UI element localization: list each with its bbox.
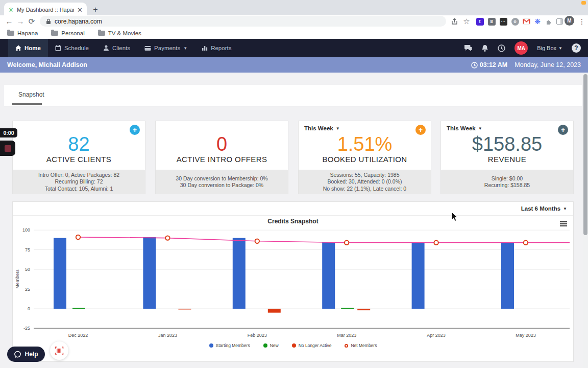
browser-menu-icon[interactable]: ⋮ bbox=[577, 16, 587, 27]
current-date: Monday, June 12, 2023 bbox=[514, 61, 581, 68]
gmail-icon[interactable] bbox=[521, 16, 531, 27]
card-label: ACTIVE CLIENTS bbox=[13, 155, 145, 164]
svg-text:25: 25 bbox=[25, 287, 30, 292]
card-footer: Intro Offer: 0, Active Packages: 82Recur… bbox=[13, 170, 145, 194]
lock-icon bbox=[46, 18, 51, 25]
svg-text:100: 100 bbox=[22, 227, 30, 233]
svg-text:75: 75 bbox=[25, 247, 30, 252]
extension-icon[interactable]: 8 bbox=[486, 16, 497, 27]
card-revenue: This Week▼ + $158.85 REVENUE Single: $0.… bbox=[440, 121, 574, 194]
bookmark-star-icon[interactable]: ☆ bbox=[461, 16, 472, 27]
help-question-icon[interactable]: ? bbox=[572, 43, 581, 53]
browser-tab-strip bbox=[0, 0, 588, 17]
svg-text:0: 0 bbox=[28, 306, 30, 311]
nav-item-home[interactable]: Home bbox=[8, 39, 48, 57]
svg-text:Dec 2022: Dec 2022 bbox=[68, 333, 88, 338]
screen-recorder-timer: 0:00 bbox=[0, 128, 17, 137]
chart-header: Last 6 Months▼ bbox=[13, 202, 573, 216]
stop-icon bbox=[5, 145, 11, 152]
home-icon bbox=[15, 45, 21, 51]
card-footer: 30 Day conversion to Membership: 0%30 Da… bbox=[156, 170, 288, 194]
nav-item-clients[interactable]: true Clients bbox=[96, 39, 137, 57]
bookmark-item[interactable]: Personal bbox=[51, 30, 84, 36]
chat-icon[interactable] bbox=[464, 44, 472, 52]
bell-icon[interactable] bbox=[481, 44, 488, 52]
mouse-cursor bbox=[451, 212, 458, 222]
card-value: 0 bbox=[156, 133, 288, 155]
svg-text:Members: Members bbox=[15, 269, 20, 289]
back-button[interactable]: ← bbox=[4, 17, 14, 26]
svg-text:50: 50 bbox=[25, 267, 30, 272]
legend-item: Net Members bbox=[345, 343, 377, 348]
extension-icon[interactable]: t bbox=[475, 16, 485, 27]
forward-button[interactable]: → bbox=[15, 17, 26, 26]
card-value: 82 bbox=[13, 133, 145, 155]
bookmarks-bar: Hapana Personal TV & Movies bbox=[0, 28, 588, 39]
scrollbar-thumb[interactable] bbox=[583, 74, 587, 235]
barcode-icon bbox=[55, 347, 64, 355]
extension-icon[interactable]: ··· bbox=[498, 16, 508, 27]
credits-snapshot-panel: Last 6 Months▼ Credits Snapshot 10075502… bbox=[12, 201, 574, 362]
card-value: $158.85 bbox=[441, 133, 573, 155]
help-bubble-icon bbox=[14, 351, 21, 358]
period-selector[interactable]: This Week▼ bbox=[447, 125, 482, 131]
extensions-puzzle-icon[interactable] bbox=[544, 16, 554, 27]
card-footer: Single: $0.00Recurring: $158.85 bbox=[441, 170, 573, 194]
svg-text:May 2023: May 2023 bbox=[516, 333, 536, 338]
chevron-down-icon: ▼ bbox=[563, 206, 567, 211]
dashboard-tabs-panel: Snapshot bbox=[4, 85, 582, 106]
bookmark-item[interactable]: TV & Movies bbox=[98, 30, 141, 36]
card-label: BOOKED UTILIZATION bbox=[299, 155, 431, 164]
share-icon[interactable] bbox=[449, 16, 459, 27]
chevron-down-icon: ▼ bbox=[478, 126, 482, 131]
card-active-intro-offers: 0 ACTIVE INTRO OFFERS 30 Day conversion … bbox=[155, 121, 288, 194]
tab-snapshot[interactable]: Snapshot bbox=[14, 91, 48, 98]
legend-dot bbox=[209, 343, 213, 348]
chevron-down-icon: ▼ bbox=[183, 46, 187, 51]
extension-flower-icon[interactable]: ❋ bbox=[532, 16, 543, 27]
tab-close-icon[interactable]: ✕ bbox=[77, 6, 83, 14]
date-range-selector[interactable]: Last 6 Months▼ bbox=[521, 205, 567, 212]
svg-text:Mar 2023: Mar 2023 bbox=[337, 333, 356, 338]
nav-item-schedule[interactable]: Schedule bbox=[48, 39, 96, 57]
browser-profile-avatar[interactable]: M bbox=[565, 16, 574, 26]
bar-chart-icon bbox=[202, 45, 208, 51]
svg-text:Apr 2023: Apr 2023 bbox=[427, 333, 446, 338]
svg-text:-25: -25 bbox=[23, 326, 30, 331]
reload-button[interactable]: ⟳ bbox=[27, 17, 37, 26]
current-time: 03:12 AM bbox=[471, 61, 507, 68]
active-tab-underline bbox=[12, 103, 42, 105]
side-panel-icon[interactable] bbox=[554, 16, 565, 27]
url-bar[interactable]: core.hapana.com bbox=[40, 16, 446, 27]
nav-item-reports[interactable]: Reports bbox=[194, 39, 238, 57]
card-label: REVENUE bbox=[441, 155, 573, 164]
extension-icon[interactable]: o bbox=[510, 16, 520, 27]
card-label: ACTIVE INTRO OFFERS bbox=[156, 155, 288, 164]
period-selector[interactable]: This Week▼ bbox=[304, 125, 340, 131]
barcode-scan-button[interactable] bbox=[50, 341, 68, 360]
credits-snapshot-chart: 1007550250-25Dec 2022Jan 2023Feb 2023Mar… bbox=[13, 225, 574, 342]
help-button[interactable]: Help bbox=[7, 347, 45, 362]
clock-icon[interactable] bbox=[498, 44, 505, 52]
screen: ✳ My Dashboard :: Hapana | Tak ✕ + ← → ⟳… bbox=[0, 0, 588, 368]
url-text: core.hapana.com bbox=[55, 18, 102, 25]
browser-tab[interactable]: ✳ My Dashboard :: Hapana | Tak ✕ bbox=[4, 3, 87, 17]
screen-recorder-stop-button[interactable] bbox=[0, 141, 15, 156]
bookmark-item[interactable]: Hapana bbox=[7, 30, 38, 36]
folder-icon bbox=[51, 31, 58, 36]
legend-item: No Longer Active bbox=[292, 343, 332, 348]
card-value: 1.51% bbox=[299, 133, 431, 155]
chevron-down-icon: ▼ bbox=[558, 46, 562, 51]
nav-item-payments[interactable]: Payments ▼ bbox=[137, 39, 194, 57]
chart-title: Credits Snapshot bbox=[13, 218, 573, 225]
new-tab-button[interactable]: + bbox=[90, 4, 101, 15]
folder-icon bbox=[98, 31, 105, 36]
chart-legend: Starting Members New No Longer Active Ne… bbox=[13, 343, 573, 348]
account-selector[interactable]: Big Box ▼ bbox=[537, 45, 562, 51]
chevron-down-icon: ▼ bbox=[336, 126, 340, 131]
legend-item: New bbox=[263, 343, 279, 348]
welcome-greeting: Welcome, Michali Addison bbox=[7, 61, 87, 68]
card-footer: Sessions: 55, Capacity: 1985Booked: 30, … bbox=[299, 170, 431, 194]
user-avatar[interactable]: MA bbox=[514, 41, 528, 55]
calendar-icon bbox=[55, 45, 61, 51]
